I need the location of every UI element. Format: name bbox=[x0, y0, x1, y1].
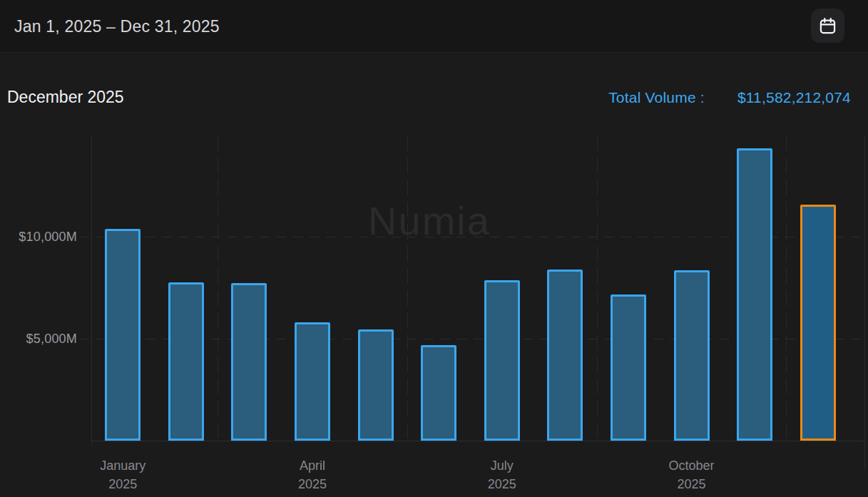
date-range-bar: Jan 1, 2025 – Dec 31, 2025 bbox=[0, 0, 868, 53]
bar-november[interactable] bbox=[737, 148, 772, 441]
x-axis-baseline bbox=[91, 441, 865, 441]
x-axis-tick-label: July2025 bbox=[488, 456, 516, 493]
x-axis-tick-label: October2025 bbox=[669, 456, 715, 493]
date-range-label: Jan 1, 2025 – Dec 31, 2025 bbox=[14, 17, 220, 36]
total-volume-label: Total Volume : bbox=[608, 89, 705, 106]
x-axis-tick-label: January2025 bbox=[100, 456, 145, 493]
y-axis-tick-label: $10,000M bbox=[7, 229, 77, 244]
bar-october[interactable] bbox=[674, 270, 710, 441]
bar-may[interactable] bbox=[358, 329, 394, 441]
x-gridline bbox=[786, 135, 787, 446]
y-axis-tick-label: $5,000M bbox=[7, 331, 77, 346]
bar-august[interactable] bbox=[547, 270, 583, 441]
bar-july[interactable] bbox=[484, 280, 520, 441]
total-volume-value: $11,582,212,074 bbox=[737, 89, 851, 106]
bar-february[interactable] bbox=[168, 282, 204, 441]
bar-june[interactable] bbox=[421, 345, 456, 441]
bar-march[interactable] bbox=[231, 283, 267, 441]
y-axis-line bbox=[91, 135, 92, 446]
x-gridline bbox=[218, 135, 218, 446]
x-gridline bbox=[597, 135, 598, 446]
total-volume: Total Volume : $11,582,212,074 bbox=[608, 89, 851, 106]
bar-january[interactable] bbox=[105, 229, 141, 441]
bar-december[interactable] bbox=[800, 205, 836, 441]
chart-header: December 2025 Total Volume : $11,582,212… bbox=[0, 53, 868, 121]
bar-april[interactable] bbox=[295, 322, 330, 441]
chart-right-border bbox=[864, 135, 865, 471]
calendar-button[interactable] bbox=[811, 9, 844, 43]
volume-bar-chart: Numia $10,000M$5,000MJanuary2025April202… bbox=[0, 121, 868, 497]
x-gridline bbox=[407, 135, 408, 446]
calendar-icon bbox=[818, 16, 837, 36]
selected-period-label: December 2025 bbox=[7, 88, 124, 107]
x-axis-tick-label: April2025 bbox=[298, 456, 327, 493]
bar-september[interactable] bbox=[611, 294, 646, 441]
